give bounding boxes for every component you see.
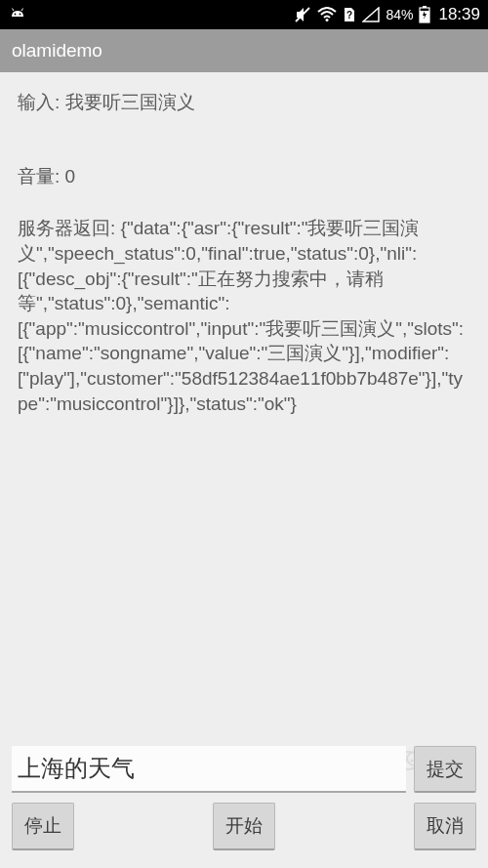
status-left <box>8 7 27 22</box>
battery-percent: 84% <box>386 7 413 22</box>
button-row: 停止 开始 取消 <box>12 803 476 850</box>
clock: 18:39 <box>438 5 480 24</box>
android-icon <box>8 7 27 22</box>
stop-button[interactable]: 停止 <box>12 803 74 850</box>
input-row: 提交 <box>12 746 476 793</box>
wifi-icon <box>317 7 337 22</box>
svg-line-2 <box>13 9 15 12</box>
svg-line-3 <box>21 9 23 12</box>
svg-point-0 <box>15 14 17 16</box>
app-title: olamidemo <box>12 40 102 62</box>
sim-icon: ? <box>343 6 356 23</box>
volume-display: 音量: 0 <box>18 164 472 189</box>
app-bar: olamidemo <box>0 29 488 72</box>
svg-text:?: ? <box>346 10 352 21</box>
signal-icon <box>362 7 380 22</box>
text-input[interactable] <box>12 746 406 793</box>
bottom-controls: 提交 停止 开始 取消 <box>12 746 476 850</box>
svg-point-1 <box>20 14 21 16</box>
start-button[interactable]: 开始 <box>213 803 275 850</box>
content-area: 输入: 我要听三国演义 音量: 0 服务器返回: {"data":{"asr":… <box>0 72 488 416</box>
status-bar: ? 84% 18:39 <box>0 0 488 29</box>
svg-point-5 <box>326 19 329 21</box>
submit-button[interactable]: 提交 <box>414 746 476 793</box>
status-right: ? 84% 18:39 <box>294 5 480 24</box>
input-display: 输入: 我要听三国演义 <box>18 90 472 115</box>
server-return-display: 服务器返回: {"data":{"asr":{"result":"我要听三国演义… <box>18 216 472 416</box>
cancel-button[interactable]: 取消 <box>414 803 476 850</box>
mute-icon <box>294 6 311 23</box>
battery-icon <box>419 6 430 23</box>
